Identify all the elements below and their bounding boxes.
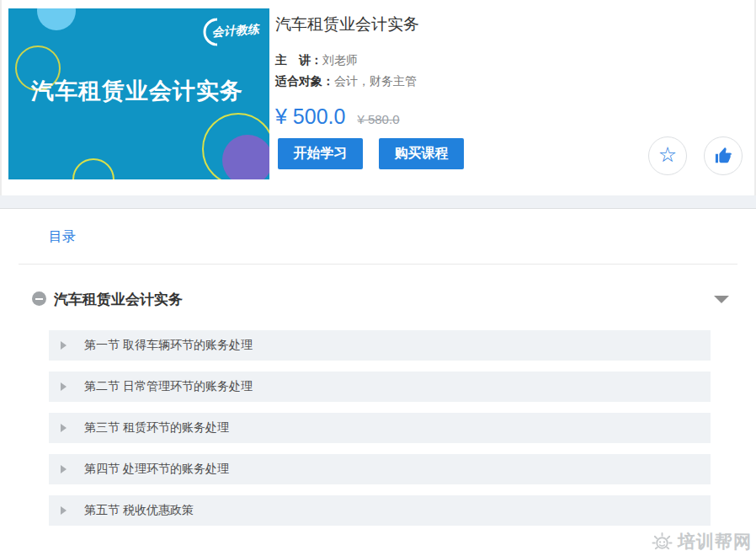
course-info: 汽车租赁业会计实务 主 讲：刘老师 适合对象：会计，财务主管 ¥ 500.0 ¥… [275,13,419,35]
lesson-row[interactable]: 第三节 租赁环节的账务处理 [49,413,711,443]
crescent-brand-icon: 会计教练 [199,15,264,49]
chapter-group-header[interactable]: 汽车租赁业会计实务 [0,288,756,310]
chapter-group-title: 汽车租赁业会计实务 [54,290,183,309]
minus-circle-icon [32,291,46,306]
audience-row: 适合对象：会计，财务主管 [275,74,417,89]
lesson-row[interactable]: 第五节 税收优惠政策 [49,495,711,526]
action-buttons: 开始学习 购买课程 [278,138,464,169]
instructor-value: 刘老师 [322,53,358,67]
like-button[interactable] [704,136,743,175]
lesson-label: 第二节 日常管理环节的账务处理 [84,379,253,394]
original-price: ¥ 580.0 [357,112,399,126]
audience-value: 会计，财务主管 [334,74,417,88]
lesson-row[interactable]: 第二节 日常管理环节的账务处理 [49,372,711,402]
audience-label: 适合对象： [275,74,334,88]
sun-face-icon [651,531,673,553]
thumbs-up-icon [714,147,733,166]
banner-course-title: 汽车租赁业会计实务 [31,76,258,106]
course-page: 会计教练 汽车租赁业会计实务 汽车租赁业会计实务 主 讲：刘老师 适合对象：会计… [0,0,756,556]
tab-catalog[interactable]: 目录 [49,228,76,246]
lesson-row[interactable]: 第四节 处理环节的账务处理 [49,454,711,484]
social-actions: ☆ [648,136,743,175]
price-row: ¥ 500.0 ¥ 580.0 [275,104,399,129]
banner-decor-ring [72,158,114,179]
start-learning-button[interactable]: 开始学习 [278,138,363,169]
buy-course-button[interactable]: 购买课程 [379,138,464,169]
catalog-panel: 目录 汽车租赁业会计实务 第一节 取得车辆环节的账务处理 第二节 日常管理环节的… [0,209,756,556]
triangle-right-icon [61,382,67,391]
section-divider-band [0,195,756,209]
favorite-button[interactable]: ☆ [648,136,687,175]
lesson-label: 第五节 税收优惠政策 [84,503,194,518]
triangle-right-icon [61,341,67,350]
lesson-row[interactable]: 第一节 取得车辆环节的账务处理 [49,330,711,361]
instructor-row: 主 讲：刘老师 [275,53,358,68]
star-outline-icon: ☆ [658,144,677,165]
site-watermark: 培训帮网 [651,530,752,553]
lesson-label: 第三节 租赁环节的账务处理 [84,420,229,436]
page-title: 汽车租赁业会计实务 [275,13,419,35]
tab-divider [19,264,737,265]
brand-logo-text: 会计教练 [211,22,261,39]
lesson-label: 第一节 取得车辆环节的账务处理 [84,338,253,353]
triangle-right-icon [61,506,67,515]
course-banner: 会计教练 汽车租赁业会计实务 [8,8,269,179]
course-header-card: 会计教练 汽车租赁业会计实务 汽车租赁业会计实务 主 讲：刘老师 适合对象：会计… [0,0,756,195]
triangle-right-icon [61,424,67,432]
current-price: ¥ 500.0 [275,104,345,129]
banner-decor-circle [37,8,76,30]
lesson-label: 第四节 处理环节的账务处理 [84,462,229,477]
chevron-down-icon[interactable] [714,296,729,303]
triangle-right-icon [61,465,67,473]
instructor-label: 主 讲： [275,53,322,67]
watermark-site-name: 培训帮网 [678,530,752,553]
banner-decor-circle [222,135,269,179]
